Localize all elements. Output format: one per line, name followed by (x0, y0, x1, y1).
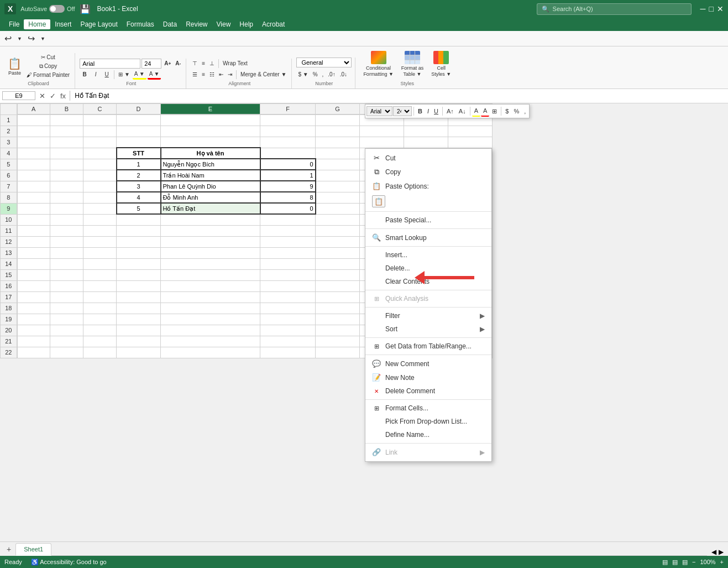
font-name-input[interactable] (80, 59, 140, 69)
cell-I3[interactable] (404, 137, 448, 148)
cell-J3[interactable] (448, 137, 493, 148)
formula-function-button[interactable]: fx (59, 91, 67, 101)
col-header-E[interactable]: E (161, 103, 260, 114)
cell-F2[interactable] (260, 126, 316, 137)
grow-font-button[interactable]: A+ (163, 59, 172, 69)
menu-file[interactable]: File (4, 19, 24, 29)
cell-D6[interactable]: 2 (117, 170, 161, 181)
cell-E1[interactable] (161, 114, 260, 126)
cell-F9[interactable]: 0 (260, 203, 316, 214)
dollar-button[interactable]: $ ▼ (296, 70, 310, 80)
ctx-new-note[interactable]: 📝 New Note (365, 371, 491, 384)
cell-D4[interactable]: STT (117, 148, 161, 159)
redo-button[interactable]: ↪ (25, 32, 37, 45)
mini-font-name[interactable]: Arial (366, 106, 392, 116)
col-header-D[interactable]: D (117, 103, 161, 114)
cell-F7[interactable]: 9 (260, 181, 316, 192)
cell-B7[interactable] (50, 181, 83, 192)
col-header-B[interactable]: B (50, 103, 83, 114)
cell-H3[interactable] (360, 137, 404, 148)
row-num-5[interactable]: 5 (1, 159, 17, 170)
align-top-button[interactable]: ⊤ (191, 59, 199, 69)
italic-button[interactable]: I (91, 70, 101, 80)
sheet-tab-sheet1[interactable]: Sheet1 (15, 543, 51, 556)
cell-D5[interactable]: 1 (117, 159, 161, 170)
close-icon[interactable]: ✕ (717, 4, 724, 13)
cell-G5[interactable] (316, 159, 360, 170)
row-num-6[interactable]: 6 (1, 170, 17, 181)
cell-G9[interactable] (316, 203, 360, 214)
font-size-input[interactable] (142, 59, 161, 69)
cell-B5[interactable] (50, 159, 83, 170)
cell-A9[interactable] (17, 203, 50, 214)
font-color-button[interactable]: A ▼ (148, 70, 161, 80)
cell-E3[interactable] (161, 137, 260, 148)
formula-input[interactable] (72, 92, 726, 100)
ctx-sort[interactable]: Sort ▶ (365, 322, 491, 336)
cell-A2[interactable] (17, 126, 50, 137)
cell-J2[interactable] (448, 126, 493, 137)
cell-D3[interactable] (117, 137, 161, 148)
ctx-smart-lookup[interactable]: 🔍 Smart Lookup (365, 231, 491, 244)
cell-D8[interactable]: 4 (117, 192, 161, 203)
indent-dec-button[interactable]: ⇤ (217, 70, 225, 80)
col-header-F[interactable]: F (260, 103, 316, 114)
ctx-copy[interactable]: ⧉ Copy (365, 165, 491, 179)
dec-inc-button[interactable]: .0↑ (326, 70, 337, 80)
add-sheet-button[interactable]: + (2, 543, 15, 556)
cell-G4[interactable] (316, 148, 360, 159)
row-num-8[interactable]: 8 (1, 192, 17, 203)
cell-H2[interactable] (360, 126, 404, 137)
mini-comma-button[interactable]: , (522, 106, 528, 117)
row-num-4[interactable]: 4 (1, 148, 17, 159)
menu-formulas[interactable]: Formulas (122, 19, 159, 29)
mini-border-button[interactable]: ⊞ (490, 106, 499, 117)
conditional-formatting-button[interactable]: ConditionalFormatting ▼ (360, 49, 396, 80)
zoom-out-button[interactable]: − (692, 559, 695, 565)
cell-D7[interactable]: 3 (117, 181, 161, 192)
ctx-define-name[interactable]: Define Name... (365, 428, 491, 441)
page-layout-view-button[interactable]: ▤ (672, 559, 678, 566)
indent-inc-button[interactable]: ⇥ (226, 70, 234, 80)
cell-C7[interactable] (83, 181, 117, 192)
ctx-cut[interactable]: ✂ Cut (365, 151, 491, 165)
cell-D9[interactable]: 5 (117, 203, 161, 214)
cell-F3[interactable] (260, 137, 316, 148)
mini-underline-button[interactable]: U (432, 106, 441, 117)
cell-styles-button[interactable]: CellStyles ▼ (428, 49, 454, 80)
menu-home[interactable]: Home (24, 19, 50, 29)
search-bar[interactable]: 🔍 Search (Alt+Q) (537, 3, 692, 15)
cell-B6[interactable] (50, 170, 83, 181)
fill-color-button[interactable]: A ▼ (133, 70, 146, 80)
menu-insert[interactable]: Insert (50, 19, 76, 29)
cell-F1[interactable] (260, 114, 316, 126)
cell-E4[interactable]: Họ và tên (161, 148, 260, 159)
mini-shrink-button[interactable]: A↓ (457, 106, 468, 117)
cell-C3[interactable] (83, 137, 117, 148)
percent-button[interactable]: % (311, 70, 320, 80)
mini-font-size[interactable]: 24 (393, 106, 412, 116)
row-num-7[interactable]: 7 (1, 181, 17, 192)
format-as-table-button[interactable]: Format asTable ▼ (398, 49, 427, 80)
save-icon[interactable]: 💾 (80, 4, 91, 14)
cell-F8[interactable]: 8 (260, 192, 316, 203)
autosave-control[interactable]: AutoSave Off (20, 5, 75, 13)
mini-italic-button[interactable]: I (425, 106, 431, 117)
normal-view-button[interactable]: ▤ (662, 559, 668, 566)
autosave-toggle[interactable] (49, 5, 65, 13)
number-format-select[interactable]: General Number Currency Accounting Short… (296, 58, 352, 67)
col-header-A[interactable]: A (17, 103, 50, 114)
row-num-1[interactable]: 1 (1, 114, 17, 126)
cell-B9[interactable] (50, 203, 83, 214)
align-left-button[interactable]: ☰ (191, 70, 199, 80)
cell-G8[interactable] (316, 192, 360, 203)
mini-font-color-button[interactable]: A (481, 106, 489, 117)
page-break-view-button[interactable]: ▤ (682, 559, 688, 566)
cell-I2[interactable] (404, 126, 448, 137)
formula-confirm-button[interactable]: ✓ (48, 91, 57, 101)
scroll-left-icon[interactable]: ◀ (711, 548, 716, 556)
dec-dec-button[interactable]: .0↓ (338, 70, 349, 80)
cell-C6[interactable] (83, 170, 117, 181)
menu-review[interactable]: Review (181, 19, 212, 29)
cell-E8[interactable]: Đỗ Minh Anh (161, 192, 260, 203)
